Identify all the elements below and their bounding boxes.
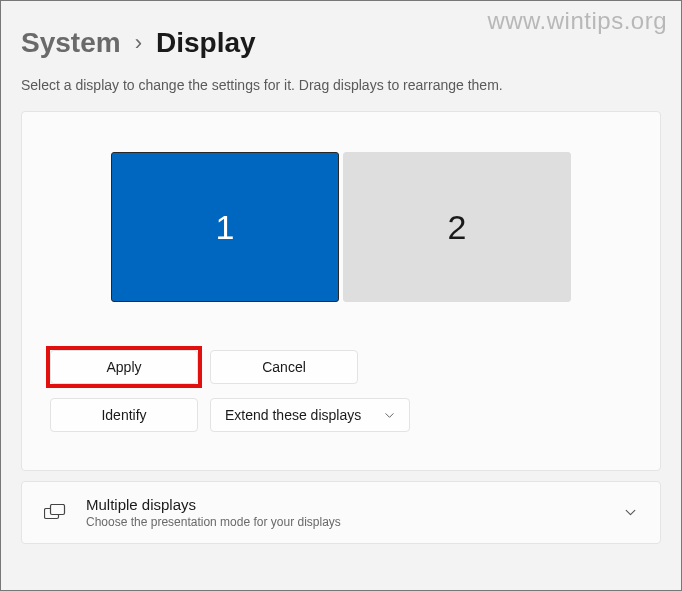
multiple-displays-row[interactable]: Multiple displays Choose the presentatio…: [21, 481, 661, 544]
multiple-displays-subtitle: Choose the presentation mode for your di…: [86, 515, 602, 529]
chevron-down-icon: [383, 409, 395, 421]
chevron-right-icon: ›: [135, 30, 142, 56]
displays-icon: [44, 502, 66, 524]
monitor-2[interactable]: 2: [343, 152, 571, 302]
page-title: Display: [156, 27, 256, 59]
identify-button[interactable]: Identify: [50, 398, 198, 432]
display-mode-dropdown[interactable]: Extend these displays: [210, 398, 410, 432]
chevron-down-icon: [622, 505, 638, 521]
monitors-area[interactable]: 1 2: [50, 152, 632, 302]
display-arrangement-panel: 1 2 Apply Cancel Identify Extend these d…: [21, 111, 661, 471]
breadcrumb-parent[interactable]: System: [21, 27, 121, 59]
svg-rect-1: [51, 504, 65, 514]
multiple-displays-title: Multiple displays: [86, 496, 602, 513]
hint-text: Select a display to change the settings …: [21, 77, 661, 93]
cancel-button[interactable]: Cancel: [210, 350, 358, 384]
monitor-1[interactable]: 1: [111, 152, 339, 302]
dropdown-label: Extend these displays: [225, 407, 361, 423]
apply-button[interactable]: Apply: [50, 350, 198, 384]
watermark: www.wintips.org: [487, 7, 667, 35]
